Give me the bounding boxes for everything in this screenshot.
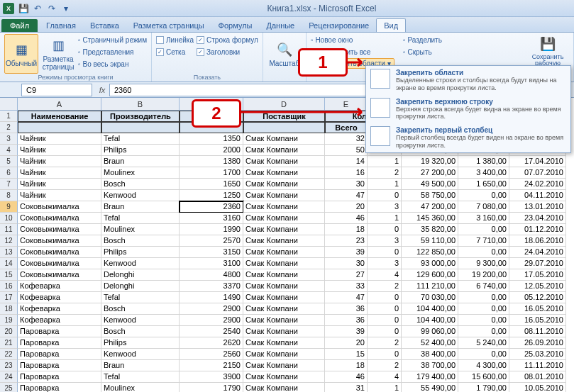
cell[interactable]: 36 (325, 303, 368, 315)
cell[interactable]: 38 700,00 (402, 360, 458, 371)
cell[interactable]: 24.02.2010 (509, 179, 566, 190)
cell[interactable]: 1 790,00 (458, 383, 509, 392)
cell[interactable]: Смак Компани (243, 337, 325, 349)
cell[interactable]: Kenwood (101, 315, 180, 326)
cell[interactable]: Moulinex (101, 383, 180, 392)
cell[interactable]: 49 500,00 (402, 179, 458, 190)
tab-view[interactable]: Вид (376, 18, 406, 32)
row-header[interactable]: 3 (0, 133, 18, 145)
cell[interactable]: Пароварка (18, 371, 101, 383)
row-header[interactable]: 5 (0, 156, 18, 167)
cell[interactable]: Смак Компани (243, 235, 325, 247)
cell[interactable]: Кофеварка (18, 303, 101, 315)
cell[interactable]: 9 300,00 (458, 258, 509, 269)
cell[interactable]: 1 (368, 213, 402, 224)
cell[interactable]: 16.05.2010 (509, 303, 566, 315)
cell[interactable]: 3100 (180, 258, 243, 269)
cell[interactable]: 4 (368, 269, 402, 281)
tab-data[interactable]: Данные (259, 19, 302, 32)
cell[interactable]: 4 300,00 (458, 360, 509, 371)
cell[interactable]: 24.04.2010 (509, 247, 566, 258)
cell[interactable]: 38 400,00 (402, 349, 458, 360)
undo-icon[interactable]: ↶ (31, 2, 44, 15)
cell[interactable]: Bosch (101, 326, 180, 337)
cell[interactable]: 122 850,00 (402, 247, 458, 258)
cell[interactable]: 3 (368, 201, 402, 213)
cell[interactable]: Tefal (101, 213, 180, 224)
cell[interactable]: 2620 (180, 337, 243, 349)
cell[interactable]: 0 (368, 326, 402, 337)
cell[interactable]: 18.06.2010 (509, 235, 566, 247)
qat-dropdown-icon[interactable]: ▾ (60, 2, 72, 15)
cell[interactable]: 0,00 (458, 224, 509, 235)
tab-review[interactable]: Рецензирование (302, 19, 376, 32)
tab-pagelayout[interactable]: Разметка страницы (126, 19, 211, 32)
custom-views-button[interactable]: ▫Представления (78, 46, 147, 57)
cell[interactable]: Moulinex (101, 167, 180, 179)
cell[interactable]: Соковыжималка (18, 247, 101, 258)
cell[interactable]: 2360 (180, 201, 243, 213)
cell[interactable]: 58 750,00 (402, 190, 458, 201)
cell[interactable]: 36 (325, 315, 368, 326)
cell[interactable]: Braun (101, 156, 180, 167)
cell[interactable]: 2 (368, 281, 402, 292)
cell[interactable]: 0,00 (458, 349, 509, 360)
cell[interactable]: Смак Компани (243, 326, 325, 337)
cell[interactable]: 35 820,00 (402, 224, 458, 235)
row-header[interactable]: 22 (0, 349, 18, 360)
cell[interactable]: 18 (325, 360, 368, 371)
cell[interactable]: 27 (325, 269, 368, 281)
cell[interactable]: Чайник (18, 190, 101, 201)
cell[interactable]: Пароварка (18, 326, 101, 337)
cell[interactable]: 0 (368, 303, 402, 315)
cell[interactable]: 2540 (180, 326, 243, 337)
cell[interactable]: Смак Компани (243, 315, 325, 326)
cell[interactable]: 2560 (180, 349, 243, 360)
cell[interactable]: 0 (368, 315, 402, 326)
hide-button[interactable]: ▫Скрыть (403, 46, 442, 57)
cell[interactable]: 0,00 (458, 292, 509, 303)
cell[interactable]: 20 (325, 337, 368, 349)
cell[interactable]: Смак Компани (243, 156, 325, 167)
cell[interactable]: 26.09.2010 (509, 337, 566, 349)
cell[interactable]: Смак Компани (243, 213, 325, 224)
cell[interactable]: 30 (325, 179, 368, 190)
select-all-corner[interactable] (0, 98, 18, 111)
cell[interactable]: 1250 (180, 190, 243, 201)
cell[interactable]: 0 (368, 349, 402, 360)
row-header[interactable]: 20 (0, 326, 18, 337)
cell[interactable]: 29.07.2010 (509, 258, 566, 269)
row-header[interactable]: 19 (0, 315, 18, 326)
cell[interactable]: 47 (325, 292, 368, 303)
cell[interactable]: 10.05.2010 (509, 383, 566, 392)
cell[interactable]: Bosch (101, 303, 180, 315)
row-header[interactable]: 12 (0, 235, 18, 247)
cell[interactable]: 47 (325, 190, 368, 201)
cell[interactable]: Соковыжималка (18, 258, 101, 269)
cell[interactable]: 7 710,00 (458, 235, 509, 247)
cell[interactable]: 104 400,00 (402, 303, 458, 315)
cell[interactable]: 145 360,00 (402, 213, 458, 224)
headings-checkbox[interactable]: ✓ (197, 48, 204, 56)
row-header[interactable]: 6 (0, 167, 18, 179)
cell[interactable]: Kenwood (101, 349, 180, 360)
cell[interactable]: Philips (101, 337, 180, 349)
cell[interactable]: 2150 (180, 360, 243, 371)
row-header[interactable]: 7 (0, 179, 18, 190)
pagelayout-view-button[interactable]: ▥ Разметка страницы (41, 34, 75, 74)
cell[interactable]: 14 (325, 156, 368, 167)
tab-formulas[interactable]: Формулы (211, 19, 260, 32)
row-header[interactable]: 21 (0, 337, 18, 349)
cell[interactable]: Смак Компани (243, 349, 325, 360)
row-header[interactable]: 23 (0, 360, 18, 371)
cell[interactable]: Bosch (101, 235, 180, 247)
cell[interactable]: Смак Компани (243, 145, 325, 156)
cell[interactable]: 2570 (180, 235, 243, 247)
cell[interactable]: Смак Компани (243, 201, 325, 213)
cell[interactable]: Пароварка (18, 337, 101, 349)
cell[interactable]: 13.01.2010 (509, 201, 566, 213)
cell[interactable]: 15 600,00 (458, 371, 509, 383)
cell[interactable]: 08.01.2010 (509, 371, 566, 383)
cell[interactable]: 16.05.2010 (509, 315, 566, 326)
cell[interactable]: Кофеварка (18, 315, 101, 326)
